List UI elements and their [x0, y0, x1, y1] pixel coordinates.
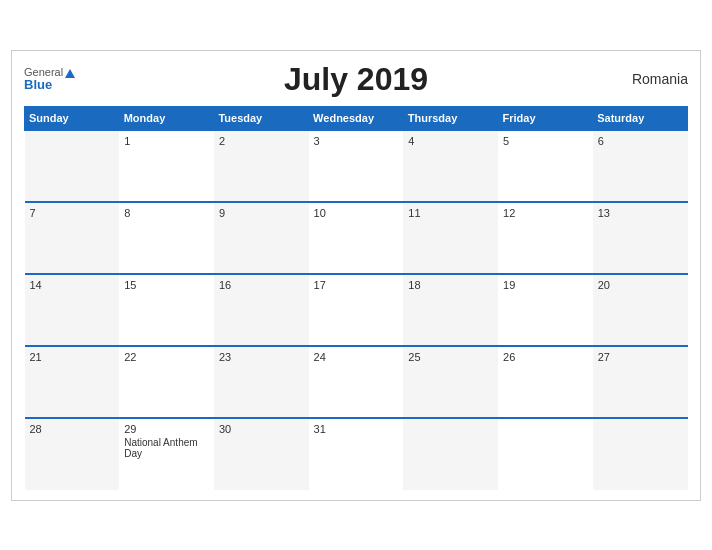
- day-number: 25: [408, 351, 493, 363]
- calendar-cell: 19: [498, 274, 593, 346]
- weekday-header-row: SundayMondayTuesdayWednesdayThursdayFrid…: [25, 106, 688, 130]
- calendar-cell: 1: [119, 130, 214, 202]
- weekday-header-thursday: Thursday: [403, 106, 498, 130]
- calendar-cell: 6: [593, 130, 688, 202]
- calendar-tbody: 1234567891011121314151617181920212223242…: [25, 130, 688, 490]
- week-row-2: 14151617181920: [25, 274, 688, 346]
- calendar-cell: 27: [593, 346, 688, 418]
- day-number: 8: [124, 207, 209, 219]
- calendar-title: July 2019: [284, 61, 428, 98]
- day-number: 23: [219, 351, 304, 363]
- calendar-cell: 22: [119, 346, 214, 418]
- calendar-cell: 8: [119, 202, 214, 274]
- weekday-header-tuesday: Tuesday: [214, 106, 309, 130]
- calendar-cell: 18: [403, 274, 498, 346]
- day-number: 30: [219, 423, 304, 435]
- day-number: 24: [314, 351, 399, 363]
- calendar-cell: 31: [309, 418, 404, 490]
- week-row-3: 21222324252627: [25, 346, 688, 418]
- day-number: 3: [314, 135, 399, 147]
- weekday-header-friday: Friday: [498, 106, 593, 130]
- calendar-cell: [403, 418, 498, 490]
- calendar-cell: 16: [214, 274, 309, 346]
- calendar-cell: 2: [214, 130, 309, 202]
- logo-blue-text: Blue: [24, 78, 75, 91]
- day-number: 16: [219, 279, 304, 291]
- calendar-cell: [593, 418, 688, 490]
- calendar-cell: 21: [25, 346, 120, 418]
- calendar-cell: [25, 130, 120, 202]
- day-number: 11: [408, 207, 493, 219]
- calendar-cell: 23: [214, 346, 309, 418]
- day-number: 5: [503, 135, 588, 147]
- calendar-thead: SundayMondayTuesdayWednesdayThursdayFrid…: [25, 106, 688, 130]
- week-row-4: 2829National Anthem Day3031: [25, 418, 688, 490]
- day-number: 14: [30, 279, 115, 291]
- logo: General Blue: [24, 67, 75, 91]
- calendar-cell: 24: [309, 346, 404, 418]
- calendar-cell: 12: [498, 202, 593, 274]
- day-number: 7: [30, 207, 115, 219]
- logo-triangle-icon: [65, 69, 75, 78]
- day-number: 10: [314, 207, 399, 219]
- calendar-cell: 9: [214, 202, 309, 274]
- calendar-cell: 17: [309, 274, 404, 346]
- weekday-header-wednesday: Wednesday: [309, 106, 404, 130]
- week-row-1: 78910111213: [25, 202, 688, 274]
- day-number: 22: [124, 351, 209, 363]
- day-number: 6: [598, 135, 683, 147]
- day-number: 29: [124, 423, 209, 435]
- calendar-cell: 5: [498, 130, 593, 202]
- weekday-header-monday: Monday: [119, 106, 214, 130]
- weekday-header-saturday: Saturday: [593, 106, 688, 130]
- weekday-header-sunday: Sunday: [25, 106, 120, 130]
- day-number: 4: [408, 135, 493, 147]
- week-row-0: 123456: [25, 130, 688, 202]
- event-label: National Anthem Day: [124, 437, 209, 459]
- day-number: 31: [314, 423, 399, 435]
- calendar-cell: 15: [119, 274, 214, 346]
- calendar-cell: 29National Anthem Day: [119, 418, 214, 490]
- calendar-table: SundayMondayTuesdayWednesdayThursdayFrid…: [24, 106, 688, 490]
- day-number: 19: [503, 279, 588, 291]
- day-number: 18: [408, 279, 493, 291]
- calendar-cell: 10: [309, 202, 404, 274]
- country-label: Romania: [632, 71, 688, 87]
- day-number: 27: [598, 351, 683, 363]
- calendar-header: General Blue July 2019 Romania: [24, 61, 688, 98]
- calendar-cell: 30: [214, 418, 309, 490]
- calendar-cell: 26: [498, 346, 593, 418]
- calendar-cell: 20: [593, 274, 688, 346]
- calendar-cell: 28: [25, 418, 120, 490]
- day-number: 28: [30, 423, 115, 435]
- calendar-cell: [498, 418, 593, 490]
- day-number: 15: [124, 279, 209, 291]
- calendar-cell: 14: [25, 274, 120, 346]
- day-number: 26: [503, 351, 588, 363]
- day-number: 2: [219, 135, 304, 147]
- calendar: General Blue July 2019 Romania SundayMon…: [11, 50, 701, 501]
- day-number: 20: [598, 279, 683, 291]
- calendar-cell: 4: [403, 130, 498, 202]
- calendar-cell: 7: [25, 202, 120, 274]
- calendar-cell: 25: [403, 346, 498, 418]
- day-number: 9: [219, 207, 304, 219]
- day-number: 17: [314, 279, 399, 291]
- day-number: 13: [598, 207, 683, 219]
- day-number: 21: [30, 351, 115, 363]
- day-number: 12: [503, 207, 588, 219]
- day-number: 1: [124, 135, 209, 147]
- calendar-cell: 13: [593, 202, 688, 274]
- calendar-cell: 3: [309, 130, 404, 202]
- calendar-cell: 11: [403, 202, 498, 274]
